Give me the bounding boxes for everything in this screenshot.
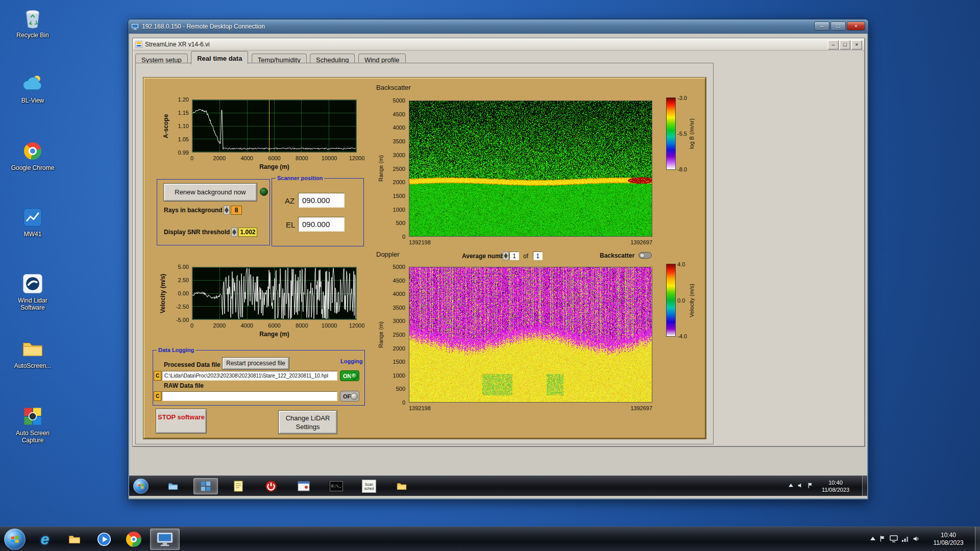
rdp-taskbar-console-icon[interactable]: C:\_ xyxy=(324,478,349,494)
ascope-x-ticks: 020004000600080001000012000 xyxy=(192,155,357,162)
rdp-taskbar-scan-sched-icon[interactable]: Scan sched xyxy=(357,478,381,494)
taskbar-clock[interactable]: 10:4011/08/2023 xyxy=(924,532,973,547)
flag-icon xyxy=(879,535,886,542)
el-label: EL xyxy=(286,220,295,229)
snr-spinner[interactable] xyxy=(231,228,237,237)
tick-label: 3000 xyxy=(393,152,405,158)
doppler-x-end: 1392697 xyxy=(630,405,652,411)
desktop-icon-mw41[interactable]: MW41 xyxy=(7,205,58,238)
taskbar-ie-icon[interactable]: e xyxy=(32,529,58,550)
raw-path-field[interactable] xyxy=(162,391,337,401)
rdp-window: 192.168.0.150 - Remote Desktop Connectio… xyxy=(128,19,869,500)
renew-background-button[interactable]: Renew background now xyxy=(164,184,257,201)
windows-taskbar: e 10:4011/08/2023 xyxy=(0,527,980,551)
rdp-taskbar-explorer-icon[interactable] xyxy=(161,478,185,494)
tick-label: 5000 xyxy=(393,97,405,104)
ascope-plot xyxy=(192,99,357,153)
tick-label: 6000 xyxy=(268,322,280,329)
taskbar-chrome-icon[interactable] xyxy=(120,529,147,550)
desktop-icon-label: BL-View xyxy=(7,97,58,105)
backscatter-x-labels: 1392198 1392697 xyxy=(409,239,652,245)
desktop-icon-bl-view[interactable]: BL-View xyxy=(7,71,58,105)
desktop: Recycle Bin BL-View Google Chrome MW41 W… xyxy=(0,0,980,551)
scanner-position-group xyxy=(272,178,364,246)
close-button[interactable]: × xyxy=(851,40,862,49)
el-value-field[interactable]: 090.000 xyxy=(298,217,345,232)
tick-label: 2000 xyxy=(213,155,226,161)
desktop-icon-auto-screen-capture[interactable]: Auto Screen Capture xyxy=(7,404,58,444)
recycle-bin-icon xyxy=(20,6,45,31)
tick-label: -2.50 xyxy=(176,304,189,310)
tick-label: 4000 xyxy=(240,155,253,161)
maximize-button[interactable]: □ xyxy=(840,40,850,49)
start-button[interactable] xyxy=(4,529,26,550)
tick-label: 4000 xyxy=(393,124,405,131)
tick-label: 1500 xyxy=(393,359,405,365)
desktop-icon-google-chrome[interactable]: Google Chrome xyxy=(7,139,58,172)
rays-value-field[interactable]: 8 xyxy=(231,206,242,215)
app-vi-icon xyxy=(135,41,142,48)
minimize-button[interactable]: – xyxy=(828,40,839,49)
tick-label: 500 xyxy=(396,386,405,392)
rays-spinner[interactable] xyxy=(224,206,230,215)
stop-software-button[interactable]: STOP software xyxy=(156,409,206,433)
tick-label: -3.0 xyxy=(677,95,687,101)
average-count-field[interactable]: 1 xyxy=(533,252,543,260)
system-tray[interactable] xyxy=(870,535,920,542)
rdp-taskbar-folder-icon[interactable] xyxy=(389,478,414,494)
minimize-button[interactable]: – xyxy=(814,21,829,31)
change-lidar-settings-button[interactable]: Change LiDAR Settings xyxy=(279,411,337,434)
tick-label: 0.99 xyxy=(178,149,189,156)
processed-logging-toggle[interactable]: ON xyxy=(340,370,359,381)
restart-processed-file-button[interactable]: Restart processed file xyxy=(223,358,289,369)
average-number-spinner[interactable] xyxy=(503,252,509,260)
desktop-icon-wind-lidar[interactable]: Wind Lidar Software xyxy=(7,271,58,312)
backscatter-toggle[interactable] xyxy=(639,252,652,259)
tick-label: 1000 xyxy=(393,207,405,213)
tick-label: 10000 xyxy=(322,155,337,161)
taskbar-media-player-icon[interactable] xyxy=(91,529,117,550)
tick-label: 3500 xyxy=(393,305,405,311)
caret-up-icon xyxy=(788,483,794,488)
backscatter-toggle-label: Backscatter xyxy=(600,252,634,259)
tick-label: -5.5 xyxy=(677,131,687,137)
processed-path-field[interactable]: C:\Lidar\Data\Proc\2023\202308\20230811\… xyxy=(162,371,337,381)
rdp-taskbar-capture-icon[interactable] xyxy=(291,478,316,494)
rdp-titlebar[interactable]: 192.168.0.150 - Remote Desktop Connectio… xyxy=(128,19,868,34)
backscatter-y-ticks: 5000450040003500300025002000150010005000 xyxy=(385,101,407,237)
rdp-taskbar-app-grid-icon[interactable] xyxy=(193,478,218,494)
processed-drive-box[interactable]: C xyxy=(154,371,161,381)
tick-label: 1.20 xyxy=(178,96,189,103)
average-number-field[interactable]: 1 xyxy=(509,252,519,260)
close-button[interactable]: × xyxy=(847,21,865,31)
az-value-field[interactable]: 090.000 xyxy=(298,193,345,208)
mw41-icon xyxy=(20,205,45,230)
rdp-tray-icons[interactable] xyxy=(788,482,814,489)
tick-label: 2000 xyxy=(393,179,405,185)
flag-icon xyxy=(807,482,814,489)
snr-value-field[interactable]: 1.002 xyxy=(238,228,257,237)
start-button[interactable] xyxy=(133,479,149,494)
raw-drive-box[interactable]: C xyxy=(154,391,161,401)
raw-logging-toggle[interactable]: OFF xyxy=(340,391,359,402)
tab-strip: System setup Real time data Temp/humidit… xyxy=(135,51,407,63)
taskbar-rdp-button[interactable] xyxy=(150,529,180,550)
app-titlebar[interactable]: StreamLine XR v14-6.vi – □ × xyxy=(133,39,864,51)
show-desktop-button[interactable] xyxy=(862,476,867,496)
rays-in-background-label: Rays in background xyxy=(164,207,223,214)
rdp-taskbar-power-icon[interactable] xyxy=(259,478,283,494)
doppler-heatmap xyxy=(409,267,652,403)
tick-label: 4000 xyxy=(393,291,405,297)
rdp-taskbar-notes-icon[interactable] xyxy=(226,478,251,494)
show-desktop-button[interactable] xyxy=(975,527,980,551)
desktop-icon-autoscreen-folder[interactable]: AutoScreen... xyxy=(7,337,58,370)
tick-label: 0 xyxy=(402,399,405,406)
maximize-button[interactable]: □ xyxy=(830,21,846,31)
tick-label: 4000 xyxy=(240,322,253,329)
tick-label: 3000 xyxy=(393,318,405,324)
rdp-window-title: 192.168.0.150 - Remote Desktop Connectio… xyxy=(142,23,265,30)
tab-real-time-data[interactable]: Real time data xyxy=(191,51,248,64)
desktop-icon-recycle-bin[interactable]: Recycle Bin xyxy=(7,6,58,39)
taskbar-explorer-icon[interactable] xyxy=(61,529,88,550)
tick-label: -5.00 xyxy=(176,317,189,323)
